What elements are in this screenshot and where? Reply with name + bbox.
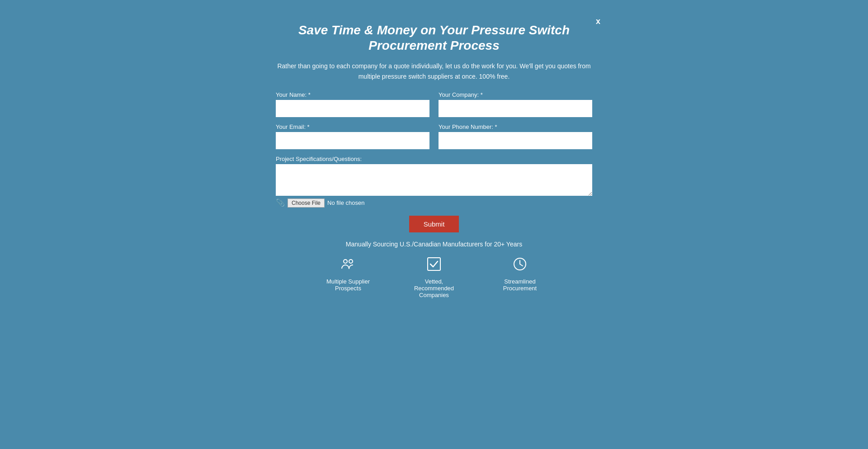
- file-row: 📎 Choose File No file chosen: [276, 199, 592, 208]
- name-input[interactable]: [276, 100, 429, 117]
- feature-vetted-companies: Vetted, Recommended Companies: [405, 256, 463, 298]
- features-row: Multiple Supplier Prospects Vetted, Reco…: [276, 256, 592, 298]
- phone-label: Your Phone Number: *: [439, 123, 592, 130]
- phone-group: Your Phone Number: *: [439, 123, 592, 149]
- email-label: Your Email: *: [276, 123, 429, 130]
- svg-line-5: [520, 264, 523, 266]
- modal-title: Save Time & Money on Your Pressure Switc…: [276, 23, 592, 53]
- checkmark-icon: [426, 256, 442, 274]
- paperclip-icon: 📎: [276, 199, 285, 207]
- file-button-text: Choose File: [292, 200, 321, 206]
- people-icon: [340, 256, 356, 274]
- modal-container: x Save Time & Money on Your Pressure Swi…: [262, 14, 606, 312]
- svg-rect-2: [428, 258, 440, 270]
- company-input[interactable]: [439, 100, 592, 117]
- streamlined-procurement-label: Streamlined Procurement: [491, 278, 549, 292]
- file-no-chosen-text: No file chosen: [327, 199, 364, 206]
- email-group: Your Email: *: [276, 123, 429, 149]
- specs-group: Project Specifications/Questions:: [276, 156, 592, 196]
- submit-row: Submit: [276, 216, 592, 232]
- sourcing-text: Manually Sourcing U.S./Canadian Manufact…: [276, 241, 592, 248]
- file-choose-label[interactable]: Choose File: [288, 199, 325, 208]
- company-group: Your Company: *: [439, 91, 592, 117]
- clock-icon: [512, 256, 528, 274]
- company-label: Your Company: *: [439, 91, 592, 98]
- vetted-companies-label: Vetted, Recommended Companies: [405, 278, 463, 298]
- specs-label: Project Specifications/Questions:: [276, 156, 592, 162]
- email-phone-row: Your Email: * Your Phone Number: *: [276, 123, 592, 149]
- modal-overlay: x Save Time & Money on Your Pressure Swi…: [0, 0, 868, 449]
- feature-streamlined-procurement: Streamlined Procurement: [491, 256, 549, 292]
- svg-point-0: [344, 260, 347, 263]
- name-label: Your Name: *: [276, 91, 429, 98]
- procurement-form: Your Name: * Your Company: * Your Email:…: [276, 91, 592, 232]
- multiple-supplier-label: Multiple Supplier Prospects: [319, 278, 377, 292]
- feature-multiple-supplier: Multiple Supplier Prospects: [319, 256, 377, 292]
- phone-input[interactable]: [439, 132, 592, 149]
- close-button[interactable]: x: [596, 17, 600, 25]
- name-company-row: Your Name: * Your Company: *: [276, 91, 592, 117]
- modal-subtitle: Rather than going to each company for a …: [276, 61, 592, 81]
- svg-point-1: [349, 260, 353, 263]
- name-group: Your Name: *: [276, 91, 429, 117]
- specs-textarea[interactable]: [276, 164, 592, 196]
- submit-button[interactable]: Submit: [409, 216, 459, 232]
- email-input[interactable]: [276, 132, 429, 149]
